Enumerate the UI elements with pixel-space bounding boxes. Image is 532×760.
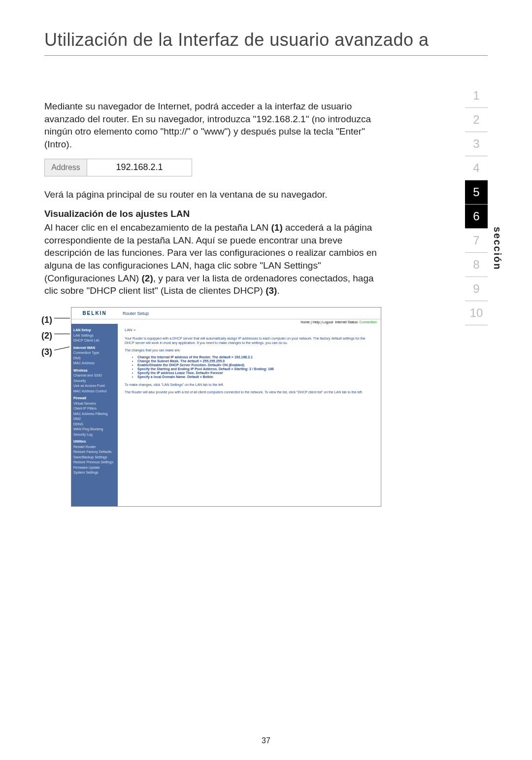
after-address-text: Verá la página principal de su router en… [44,188,384,201]
router-nav-link[interactable]: Connection Type [73,350,118,356]
router-nav-link[interactable]: DHCP Client List [73,338,118,344]
address-label: Address [45,159,87,176]
router-nav-group: Wireless [73,368,118,374]
router-nav-link[interactable]: DNS [73,356,118,361]
router-nav-group: Utilities [73,439,118,445]
router-setup-title: Router Setup [118,308,381,319]
router-bullet: Specify the Starting and Ending IP Pool … [137,367,374,371]
router-nav-group: Firewall [73,396,118,401]
router-nav-link[interactable]: Firmware Update [73,465,118,471]
address-value: 192.168.2.1 [87,159,192,176]
router-nav-link[interactable]: DDNS [73,422,118,427]
router-status-bar: Home | Help | Logout Internet Status: Co… [300,319,381,324]
belkin-logo: BELKIN [71,308,118,319]
router-nav-link[interactable]: WAN Ping Blocking [73,427,118,432]
router-nav-link[interactable]: MAC Address Control [73,389,118,394]
router-nav-link[interactable]: Restart Router [73,445,118,450]
router-nav-link[interactable]: MAC Address [73,361,118,366]
section-nav-item[interactable]: 4 [465,156,488,180]
router-bullet: Specify the IP address Lease Time. Defau… [137,371,374,375]
section-nav-item[interactable]: 8 [465,253,488,277]
section-label: sección [492,227,503,270]
router-bullet: Specify a local Domain Name. Default = B… [137,375,374,379]
section-nav-item[interactable]: 2 [465,108,488,132]
router-nav-link[interactable]: DMZ [73,416,118,422]
router-bullet: Change the Subnet Mask. The default = 25… [137,359,374,363]
router-nav-link[interactable]: System Settings [73,470,118,476]
router-sidebar: LAN SetupLAN SettingsDHCP Client ListInt… [71,324,118,506]
section-nav-item[interactable]: 6 [465,205,488,229]
callout-numbers: (1) (2) (3) [41,312,52,360]
section-nav-item[interactable]: 5 [465,180,488,205]
router-nav-link[interactable]: Use as Access Point [73,383,118,389]
router-nav-link[interactable]: Virtual Servers [73,401,118,407]
section-nav-item[interactable]: 1 [465,84,488,108]
router-p1: Your Router is equipped with a DHCP serv… [125,336,374,345]
router-nav-link[interactable]: Save/Backup Settings [73,455,118,460]
router-figure: (1) (2) (3) BELKIN Router Setup Home | H… [51,307,488,507]
router-nav-link[interactable]: Security Log [73,432,118,438]
section-nav: 12345678910sección [465,84,488,325]
router-bullet: Change the Internal IP address of the Ro… [137,355,374,359]
router-breadcrumb: LAN > [125,328,374,332]
router-nav-group: LAN Setup [73,328,118,333]
intro-paragraph: Mediante su navegador de Internet, podrá… [44,100,384,151]
router-p3: To make changes, click "LAN Settings" on… [125,382,374,387]
router-ui-screenshot: BELKIN Router Setup Home | Help | Logout… [71,307,381,507]
router-nav-link[interactable]: MAC Address Filtering [73,412,118,417]
router-nav-link[interactable]: LAN Settings [73,333,118,339]
router-p4: The Router will also provide you with a … [125,390,374,394]
address-bar: Address 192.168.2.1 [44,159,192,176]
section-nav-item[interactable]: 3 [465,132,488,156]
router-nav-link[interactable]: Restore Previous Settings [73,460,118,465]
router-nav-group: Internet WAN [73,345,118,351]
page-title: Utilización de la Interfaz de usuario av… [44,30,488,56]
router-nav-link[interactable]: Restore Factory Defaults [73,449,118,455]
page-number: 37 [0,736,532,745]
router-nav-link[interactable]: Security [73,379,118,384]
router-nav-link[interactable]: Client IP Filters [73,406,118,412]
router-bullets: Change the Internal IP address of the Ro… [137,355,374,379]
router-main-panel: LAN > Your Router is equipped with a DHC… [118,324,381,506]
section-nav-item[interactable]: 9 [465,277,488,301]
router-bullet: Enable/Disable the DHCP Server Function.… [137,363,374,367]
section-nav-item[interactable]: 7 [465,229,488,253]
router-p2: The changes that you can make are: [125,348,374,352]
lan-subheading: Visualización de los ajustes LAN [44,208,488,219]
lan-paragraph: Al hacer clic en el encabezamiento de la… [44,221,384,297]
section-nav-item[interactable]: 10 [465,301,488,325]
router-nav-link[interactable]: Channel and SSID [73,373,118,379]
